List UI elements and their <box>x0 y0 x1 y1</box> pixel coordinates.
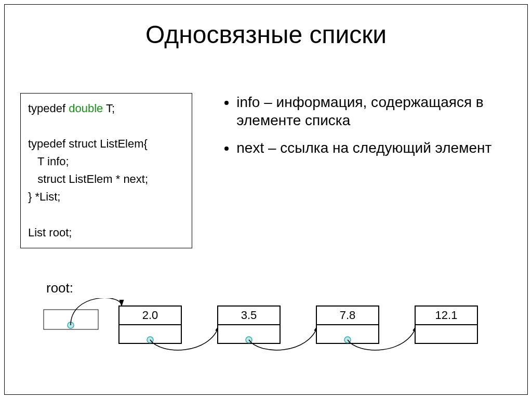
bullets-area: info – информация, содержащаяся в элемен… <box>223 93 512 248</box>
node-value: 12.1 <box>435 309 458 322</box>
linked-list-diagram: 2.0 3.5 7.8 <box>38 298 506 371</box>
list-node: 3.5 <box>218 306 280 343</box>
list-node: 12.1 <box>415 306 477 343</box>
root-label: root: <box>46 280 73 296</box>
list-node: 2.0 <box>119 306 181 343</box>
code-box: typedef double T; typedef struct ListEle… <box>20 93 192 248</box>
node-value: 7.8 <box>340 309 356 322</box>
slide-title: Односвязные списки <box>5 20 527 49</box>
node-value: 2.0 <box>142 309 158 322</box>
diagram-svg: 2.0 3.5 7.8 <box>38 298 506 371</box>
bullet-next: next – ссылка на следующий элемент <box>236 139 512 157</box>
code-line-4: T info; <box>28 155 69 168</box>
code-line-1a: typedef <box>28 102 69 115</box>
bullet-info: info – информация, содержащаяся в элемен… <box>236 93 512 129</box>
svg-rect-7 <box>415 325 477 343</box>
code-line-3: typedef struct ListElem{ <box>28 137 148 150</box>
code-line-5: struct ListElem * next; <box>28 172 148 185</box>
code-keyword-double: double <box>69 102 103 115</box>
list-node: 7.8 <box>316 306 379 343</box>
code-line-6: } *List; <box>28 190 60 203</box>
slide-frame: Односвязные списки typedef double T; typ… <box>4 4 528 395</box>
code-line-8: List root; <box>28 226 72 239</box>
code-line-1c: T; <box>103 102 115 115</box>
content-columns: typedef double T; typedef struct ListEle… <box>20 93 512 248</box>
node-value: 3.5 <box>241 309 257 322</box>
